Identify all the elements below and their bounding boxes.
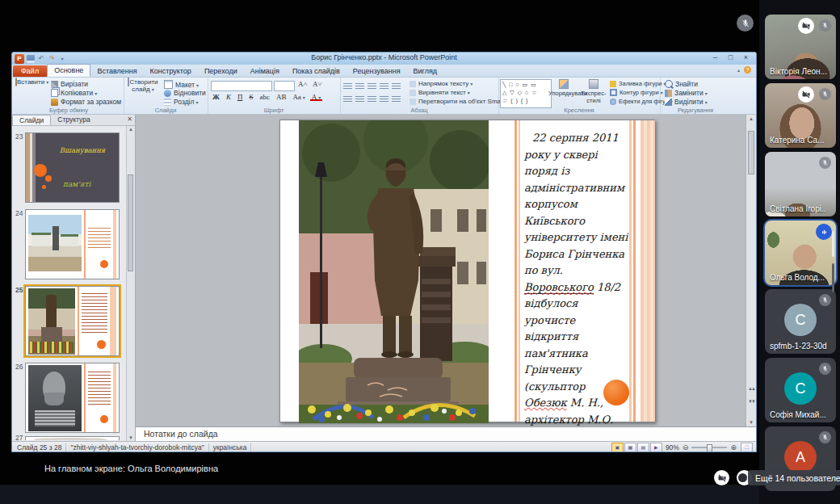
scroll-up-icon[interactable]: ▲ xyxy=(127,127,135,132)
slide-thumbnail-23[interactable]: Вшанування пам'яті xyxy=(25,132,120,203)
slide-sorter-button[interactable]: ▦ xyxy=(624,443,636,453)
pane-close-icon[interactable]: ✕ xyxy=(127,116,132,123)
pane-scrollbar[interactable]: ▲ ▼ xyxy=(126,126,135,441)
scroll-thumb[interactable] xyxy=(748,131,754,174)
reset-button[interactable]: Відновити xyxy=(164,89,206,97)
font-size-combo[interactable] xyxy=(274,81,295,91)
align-text-button[interactable]: Вирівняти текст xyxy=(410,89,470,96)
normal-view-button[interactable]: ▣ xyxy=(611,443,624,453)
language-indicator[interactable]: українська xyxy=(213,443,247,452)
slide-thumbnail-27[interactable] xyxy=(25,436,120,440)
section-button[interactable]: Розділ xyxy=(164,98,198,106)
title-bar[interactable]: P ↶ ↷ ▾ Борис Грінченко.pptx - Microsoft… xyxy=(12,52,756,65)
decrease-indent-icon[interactable] xyxy=(368,83,376,90)
participant-tile[interactable]: Вікторія Леон... xyxy=(765,15,836,79)
panel-scrollbar-segment[interactable] xyxy=(832,320,834,336)
arrange-button[interactable]: Упорядкувати xyxy=(548,79,579,98)
tab-review[interactable]: Рецензування xyxy=(346,65,407,77)
camera-off-button[interactable] xyxy=(714,470,729,485)
shape-fill-button[interactable]: Заливка фігури xyxy=(610,80,666,87)
replace-button[interactable]: Замінити xyxy=(665,89,708,97)
cut-button[interactable]: Вирізати xyxy=(51,80,88,88)
shadow-button[interactable]: abc xyxy=(258,93,271,101)
italic-button[interactable]: К xyxy=(225,93,233,101)
next-slide-icon[interactable]: ▼▼ xyxy=(746,399,756,404)
increase-indent-icon[interactable] xyxy=(380,83,388,90)
participant-tile[interactable]: Катерина Са... xyxy=(765,83,836,148)
participant-tile[interactable]: C spfmb-1-23-30d xyxy=(765,289,836,354)
bold-button[interactable]: Ж xyxy=(211,93,221,101)
thumb-flowers xyxy=(30,342,74,353)
minimize-button[interactable]: – xyxy=(708,53,722,62)
font-name-combo[interactable] xyxy=(211,81,272,91)
notes-area[interactable]: Нотатки до слайда xyxy=(136,426,756,441)
fit-to-window-button[interactable]: ⛶ xyxy=(741,443,753,453)
copy-button[interactable]: Копіювати xyxy=(51,89,97,97)
participant-tile[interactable]: Світлана Ігорі.. xyxy=(765,152,836,216)
find-icon xyxy=(665,80,673,88)
scroll-down-icon[interactable]: ▼ xyxy=(746,420,756,425)
smartart-icon xyxy=(410,99,416,105)
select-button[interactable]: Виділити xyxy=(665,98,708,106)
close-button[interactable]: × xyxy=(739,53,753,62)
align-right-icon[interactable] xyxy=(368,96,376,103)
columns-icon[interactable] xyxy=(392,96,401,103)
layout-button[interactable]: Макет xyxy=(164,80,199,89)
tab-file[interactable]: Файл xyxy=(13,65,47,77)
paste-button[interactable]: Вставити xyxy=(15,79,48,86)
participant-tile[interactable]: C Софія Михай... xyxy=(765,358,836,422)
zoom-out-icon[interactable]: ⊖ xyxy=(682,443,689,452)
slide-thumbnail-25-selected[interactable] xyxy=(25,286,120,356)
change-case-button[interactable]: Аа xyxy=(291,93,306,101)
group-label: Шрифт xyxy=(208,107,340,114)
strikethrough-button[interactable]: S xyxy=(247,93,254,101)
new-slide-button[interactable]: Створити слайд xyxy=(125,79,161,94)
numbering-icon[interactable] xyxy=(355,83,364,90)
shape-outline-button[interactable]: Контур фігури xyxy=(610,89,663,96)
tab-slideshow[interactable]: Показ слайдів xyxy=(286,65,346,77)
zoom-slider-thumb[interactable] xyxy=(707,444,712,452)
zoom-in-icon[interactable]: ⊕ xyxy=(730,443,737,452)
scroll-up-icon[interactable]: ▲ xyxy=(746,116,756,121)
slideshow-button[interactable]: ▶ xyxy=(650,443,662,453)
tab-outline[interactable]: Структура xyxy=(51,115,96,125)
align-center-icon[interactable] xyxy=(355,96,364,103)
previous-slide-icon[interactable]: ▲▲ xyxy=(746,386,756,391)
tab-view[interactable]: Вигляд xyxy=(407,65,444,77)
current-slide[interactable]: 22 серпня 2011 року у сквері поряд із ад… xyxy=(279,120,655,422)
bullets-icon[interactable] xyxy=(343,83,352,90)
text-direction-icon xyxy=(410,81,416,87)
tab-insert[interactable]: Вставлення xyxy=(90,65,143,77)
tab-home[interactable]: Основне xyxy=(47,64,90,77)
scroll-thumb[interactable] xyxy=(128,174,133,271)
shapes-gallery[interactable]: ╲ □ ○ ▭ ▭ △ ▽ ◇ ○ ☆ ☆ ( ) { } xyxy=(500,79,552,108)
justify-icon[interactable] xyxy=(380,96,388,103)
quick-styles-button[interactable]: Експрес-стилі xyxy=(579,79,608,104)
scroll-down-icon[interactable]: ▼ xyxy=(127,435,135,440)
tab-transitions[interactable]: Переходи xyxy=(198,65,244,77)
shrink-font-button[interactable]: А˅ xyxy=(311,80,324,88)
font-color-button[interactable]: А xyxy=(310,93,323,101)
tab-animations[interactable]: Анімація xyxy=(244,65,286,77)
tab-design[interactable]: Конструктор xyxy=(144,65,198,77)
format-painter-button[interactable]: Формат за зразком xyxy=(51,98,121,106)
align-left-icon[interactable] xyxy=(343,96,352,103)
participant-tile-active-speaker[interactable]: Ольга Волод... xyxy=(765,220,836,285)
help-icon[interactable]: ? xyxy=(744,66,751,74)
panel-scrollbar-segment[interactable] xyxy=(832,231,834,257)
collapse-ribbon-icon[interactable]: ▴ xyxy=(737,67,740,73)
line-spacing-icon[interactable] xyxy=(392,83,401,90)
zoom-slider[interactable] xyxy=(691,447,727,448)
editor-scrollbar[interactable]: ▲ ▲▲ ▼▼ ▼ xyxy=(746,115,756,426)
underline-button[interactable]: П xyxy=(236,93,245,101)
text-direction-button[interactable]: Напрямок тексту xyxy=(410,80,472,87)
slide-thumbnail-26[interactable] xyxy=(25,363,120,433)
slide-thumbnail-24[interactable] xyxy=(25,209,120,279)
tab-slides-thumbnails[interactable]: Слайди xyxy=(12,115,51,125)
reading-view-button[interactable]: ▤ xyxy=(637,443,649,453)
find-button[interactable]: Знайти xyxy=(665,80,698,88)
grow-font-button[interactable]: А˄ xyxy=(296,80,309,88)
maximize-button[interactable]: □ xyxy=(724,53,737,62)
char-spacing-button[interactable]: АВ xyxy=(275,93,288,101)
panel-scrollbar-segment[interactable] xyxy=(832,263,834,292)
